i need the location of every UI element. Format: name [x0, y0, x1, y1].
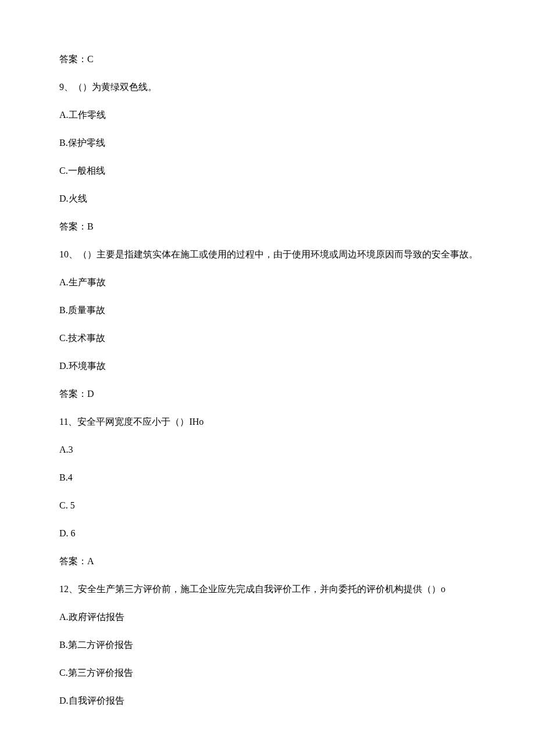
option-a: A.生产事故	[41, 275, 494, 289]
answer-text: 答案：D	[41, 387, 494, 401]
option-c: C.一般相线	[41, 164, 494, 178]
option-b: B.保护零线	[41, 136, 494, 150]
question-text-span: 10、（）主要是指建筑实体在施工或使用的过程中，由于使用环境或周边环境原因而导致…	[59, 249, 478, 259]
question-text: 10、（）主要是指建筑实体在施工或使用的过程中，由于使用环境或周边环境原因而导致…	[41, 248, 494, 261]
option-c: C.技术事故	[41, 331, 494, 345]
option-c: C.第三方评价报告	[41, 666, 494, 680]
question-text: 11、安全平网宽度不应小于（）IHo	[41, 415, 494, 429]
option-a: A.政府评估报告	[41, 610, 494, 624]
question-text: 9、（）为黄绿双色线。	[41, 80, 494, 94]
option-a: A.工作零线	[41, 108, 494, 122]
option-d: D.火线	[41, 192, 494, 206]
answer-text: 答案：C	[41, 52, 494, 66]
option-a: A.3	[41, 443, 494, 457]
option-b: B.4	[41, 471, 494, 485]
question-text: 12、安全生产第三方评价前，施工企业应先完成自我评价工作，并向委托的评价机构提供…	[41, 582, 494, 596]
option-b: B.质量事故	[41, 303, 494, 317]
answer-text: 答案：B	[41, 220, 494, 234]
answer-text: 答案：A	[41, 554, 494, 568]
option-d: D. 6	[41, 526, 494, 540]
option-c: C. 5	[41, 499, 494, 513]
option-b: B.第二方评价报告	[41, 638, 494, 652]
option-d: D.环境事故	[41, 359, 494, 373]
option-d: D.自我评价报告	[41, 694, 494, 708]
question-text-span: 12、安全生产第三方评价前，施工企业应先完成自我评价工作，并向委托的评价机构提供…	[59, 584, 445, 594]
